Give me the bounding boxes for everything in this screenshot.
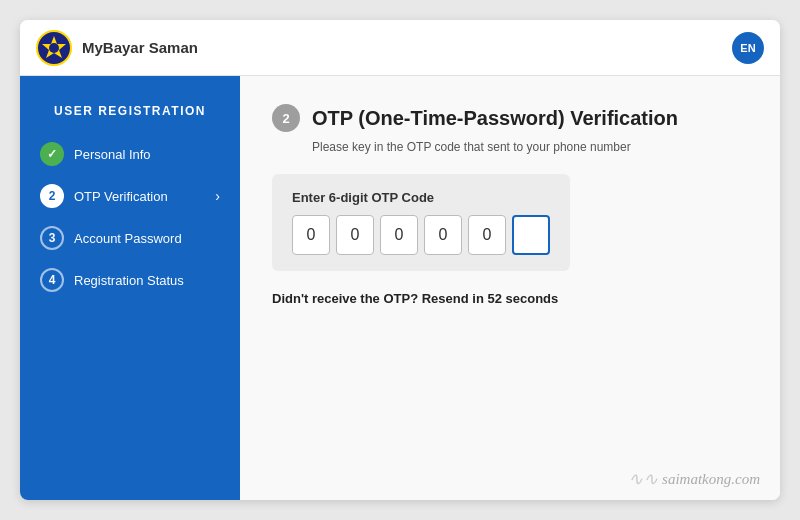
step-1-label: Personal Info <box>74 147 220 162</box>
step-3-circle: 3 <box>40 226 64 250</box>
chevron-right-icon: › <box>215 188 220 204</box>
otp-inputs-container <box>292 215 550 255</box>
header-brand: MyBayar Saman <box>36 30 198 66</box>
step-3-label: Account Password <box>74 231 220 246</box>
main-content: 2 OTP (One-Time-Password) Verification P… <box>240 76 780 500</box>
sidebar-item-personal-info[interactable]: ✓ Personal Info <box>40 142 220 166</box>
section-step-badge: 2 <box>272 104 300 132</box>
otp-digit-1[interactable] <box>292 215 330 255</box>
section-header: 2 OTP (One-Time-Password) Verification <box>272 104 748 132</box>
step-2-circle: 2 <box>40 184 64 208</box>
sidebar-item-account-password[interactable]: 3 Account Password <box>40 226 220 250</box>
sidebar-item-registration-status[interactable]: 4 Registration Status <box>40 268 220 292</box>
otp-digit-2[interactable] <box>336 215 374 255</box>
otp-box: Enter 6-digit OTP Code <box>272 174 570 271</box>
sidebar-item-otp-verification[interactable]: 2 OTP Verification › <box>40 184 220 208</box>
resend-text: Didn't receive the OTP? Resend in 52 sec… <box>272 291 748 306</box>
otp-digit-6[interactable] <box>512 215 550 255</box>
step-2-label: OTP Verification <box>74 189 205 204</box>
app-header: MyBayar Saman EN <box>20 20 780 76</box>
watermark: ∿∿ saimatkong.com <box>628 468 760 490</box>
app-logo <box>36 30 72 66</box>
section-title: OTP (One-Time-Password) Verification <box>312 107 678 130</box>
section-subtitle: Please key in the OTP code that sent to … <box>312 140 748 154</box>
app-title: MyBayar Saman <box>82 39 198 56</box>
sidebar: USER REGISTRATION ✓ Personal Info 2 OTP … <box>20 76 240 500</box>
otp-digit-3[interactable] <box>380 215 418 255</box>
step-4-circle: 4 <box>40 268 64 292</box>
svg-point-2 <box>49 43 59 53</box>
step-1-circle: ✓ <box>40 142 64 166</box>
sidebar-title: USER REGISTRATION <box>40 104 220 118</box>
otp-label: Enter 6-digit OTP Code <box>292 190 550 205</box>
otp-digit-5[interactable] <box>468 215 506 255</box>
language-button[interactable]: EN <box>732 32 764 64</box>
otp-digit-4[interactable] <box>424 215 462 255</box>
step-4-label: Registration Status <box>74 273 220 288</box>
